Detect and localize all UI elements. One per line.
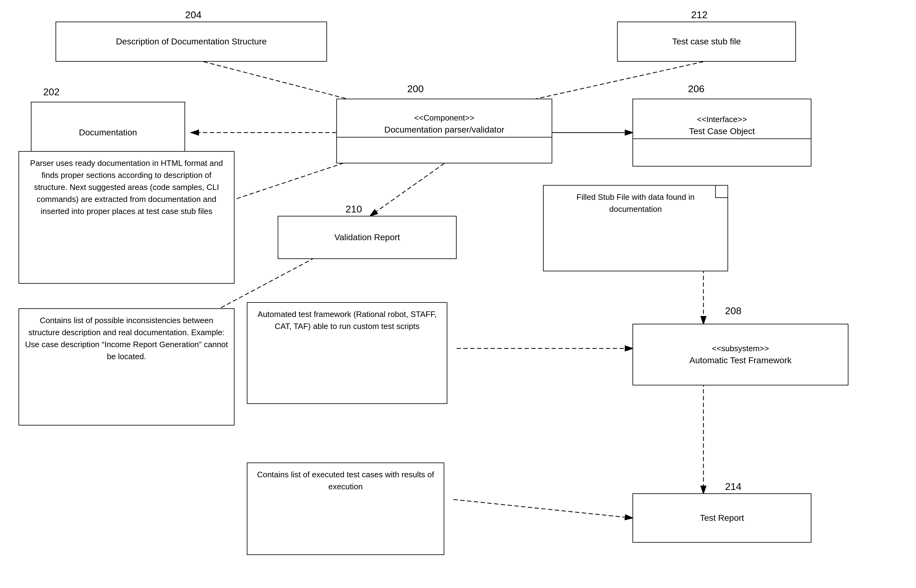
svg-line-1 bbox=[509, 62, 704, 105]
number-208: 208 bbox=[725, 305, 741, 317]
number-212: 212 bbox=[691, 9, 707, 21]
number-214: 214 bbox=[725, 481, 741, 493]
box-208-stereotype: <<subsystem>> bbox=[712, 343, 769, 354]
annotation-a4-text: Automated test framework (Rational robot… bbox=[257, 310, 437, 331]
box-202-title: Documentation bbox=[79, 126, 137, 139]
number-204: 204 bbox=[185, 9, 201, 21]
number-206: 206 bbox=[688, 83, 704, 95]
box-210-title: Validation Report bbox=[335, 231, 400, 243]
svg-line-9 bbox=[453, 499, 633, 518]
box-200-title: Documentation parser/validator bbox=[384, 124, 504, 136]
annotation-a1-text: Parser uses ready documentation in HTML … bbox=[30, 158, 223, 216]
box-200: <<Component>> Documentation parser/valid… bbox=[336, 99, 552, 163]
box-204-title: Description of Documentation Structure bbox=[116, 36, 267, 47]
number-200: 200 bbox=[407, 83, 424, 95]
number-210: 210 bbox=[346, 204, 362, 215]
number-202: 202 bbox=[43, 86, 60, 98]
box-214: Test Report bbox=[633, 493, 811, 543]
box-204: Description of Documentation Structure bbox=[55, 22, 327, 62]
annotation-a5-text: Contains list of executed test cases wit… bbox=[257, 470, 434, 491]
annotation-a5: Contains list of executed test cases wit… bbox=[247, 462, 444, 555]
annotation-a4: Automated test framework (Rational robot… bbox=[247, 302, 447, 404]
box-200-stereotype: <<Component>> bbox=[414, 112, 474, 123]
box-206: <<Interface>> Test Case Object bbox=[633, 99, 811, 166]
box-212-title: Test case stub file bbox=[672, 36, 741, 47]
box-210: Validation Report bbox=[278, 216, 456, 259]
box-206-stereotype: <<Interface>> bbox=[697, 114, 747, 125]
diagram-container: 204 Description of Documentation Structu… bbox=[0, 0, 916, 588]
svg-line-4 bbox=[370, 163, 444, 216]
svg-line-0 bbox=[204, 62, 370, 105]
box-214-title: Test Report bbox=[700, 512, 744, 524]
annotation-a2-text: Contains list of possible inconsistencie… bbox=[25, 316, 228, 361]
annotation-a2: Contains list of possible inconsistencie… bbox=[18, 309, 235, 425]
annotation-a1: Parser uses ready documentation in HTML … bbox=[18, 151, 235, 284]
box-206-title: Test Case Object bbox=[689, 125, 755, 137]
box-208: <<subsystem>> Automatic Test Framework bbox=[633, 324, 848, 385]
annotation-a3: Filled Stub File with data found in docu… bbox=[543, 185, 728, 271]
box-208-title: Automatic Test Framework bbox=[689, 354, 792, 366]
annotation-a3-text: Filled Stub File with data found in docu… bbox=[577, 192, 695, 214]
box-212: Test case stub file bbox=[617, 22, 796, 62]
